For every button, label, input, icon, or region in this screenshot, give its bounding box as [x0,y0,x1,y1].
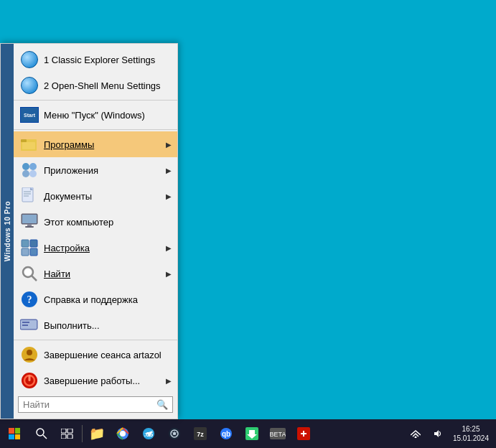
svg-rect-38 [67,429,72,433]
start-icon: Start [19,105,39,125]
svg-rect-16 [25,226,34,228]
download-manager-button[interactable] [239,419,265,448]
folder-icon: 📁 [89,426,105,442]
volume-icon [432,429,442,439]
menu-item-settings[interactable]: Настройка ▶ [14,235,177,261]
separator-1 [14,100,177,101]
arrow-icon-programs: ▶ [166,141,172,149]
svg-point-59 [414,437,416,439]
find-icon [19,263,39,284]
svg-point-35 [37,429,44,436]
start-button[interactable] [0,419,29,448]
arrow-icon-settings: ▶ [166,244,172,252]
network-icon [411,429,421,438]
menu-item-run[interactable]: Выполнить... [14,312,177,338]
svg-point-6 [29,170,37,177]
svg-point-5 [22,170,29,177]
svg-text:BETA: BETA [270,431,286,438]
menu-item-shutdown[interactable]: Завершение работы... ▶ [14,368,177,393]
chrome-icon [116,427,129,440]
svg-rect-14 [22,215,37,223]
qbittorrent-icon: qb [220,427,233,440]
taskbar-divider-1 [82,425,83,442]
svg-rect-2 [22,142,35,149]
svg-rect-15 [27,224,32,226]
menu-item-start-windows[interactable]: Start Меню "Пуск" (Windows) [14,102,177,128]
separator-3 [14,340,177,340]
beta-app-button[interactable]: BETA [265,419,291,448]
svg-point-3 [22,163,29,170]
menu-item-help[interactable]: ? Справка и поддержка [14,286,177,312]
download-icon [245,427,258,440]
menu-search-box[interactable]: 🔍 [18,396,173,413]
shutdown-icon [19,370,39,391]
qbittorrent-button[interactable]: qb [213,419,239,448]
svg-rect-20 [30,248,37,256]
taskbar-search-icon [36,428,47,439]
task-view-button[interactable] [55,419,80,448]
apps-icon [19,160,39,180]
arrow-icon-shutdown: ▶ [166,377,172,385]
svg-rect-28 [22,322,29,323]
svg-text:qb: qb [222,430,230,438]
task-view-icon [61,429,74,439]
svg-rect-1 [21,139,27,142]
beta-icon: BETA [270,428,286,439]
svg-marker-60 [434,430,439,437]
tray-volume-icon[interactable] [427,421,447,447]
system-clock[interactable]: 16:25 15.01.2024 [449,424,493,443]
chrome-button[interactable] [110,419,136,448]
arrow-icon-documents: ▶ [166,192,172,200]
settings-icon [19,238,39,258]
side-label: Windows 10 Pro [1,44,14,419]
system-tray: 16:25 15.01.2024 [406,421,496,447]
menu-item-find[interactable]: Найти ▶ [14,261,177,286]
menu-item-apps[interactable]: Приложения ▶ [14,157,177,183]
start-menu: Windows 10 Pro 1 Classic Explorer Settin… [0,43,178,419]
svg-rect-39 [61,434,66,439]
desktop: Windows 10 Pro 1 Classic Explorer Settin… [0,0,496,448]
svg-text:?: ? [27,294,32,305]
menu-item-this-computer[interactable]: Этот компьютер [14,209,177,235]
svg-rect-17 [22,240,29,247]
arrow-icon-find: ▶ [166,270,172,278]
menu-item-documents[interactable]: Документы ▶ [14,183,177,209]
7zip-icon: 7z [194,427,207,440]
menu-item-classic-explorer[interactable]: 1 Classic Explorer Settings [14,47,177,73]
documents-icon [19,186,39,206]
svg-point-4 [29,163,37,170]
shell-icon-1 [19,50,39,70]
svg-rect-34 [29,375,31,381]
search-input[interactable] [23,399,156,410]
programs-icon [19,134,39,154]
svg-rect-18 [22,248,29,256]
red-app-button[interactable] [291,419,317,448]
taskbar-search-button[interactable] [29,419,55,448]
separator-2 [14,129,177,130]
steam-icon [168,427,181,440]
search-submit-icon[interactable]: 🔍 [156,399,168,410]
svg-point-31 [27,350,32,355]
menu-item-logout[interactable]: Завершение сеанса artazol [14,342,177,368]
red-app-icon [297,427,310,440]
menu-item-programs[interactable]: Программы ▶ [14,131,177,157]
shell-icon-2 [19,75,39,95]
file-explorer-button[interactable]: 📁 [84,419,110,448]
computer-icon [19,212,39,232]
run-icon [19,315,39,335]
menu-item-open-shell[interactable]: 2 Open-Shell Menu Settings [14,73,177,98]
telegram-button[interactable]: .05 [136,419,162,448]
steam-button[interactable] [162,419,187,448]
windows-logo-icon [9,428,20,439]
tray-network-icon[interactable] [406,421,426,447]
svg-line-22 [32,276,37,281]
taskbar: 📁 .05 [0,419,496,448]
7zip-button[interactable]: 7z [187,419,213,448]
svg-point-23 [24,269,32,276]
svg-rect-19 [30,240,37,247]
svg-rect-40 [67,434,72,439]
logout-icon [19,345,39,365]
telegram-icon: .05 [142,427,155,440]
svg-line-36 [43,435,47,439]
arrow-icon-apps: ▶ [166,167,172,174]
